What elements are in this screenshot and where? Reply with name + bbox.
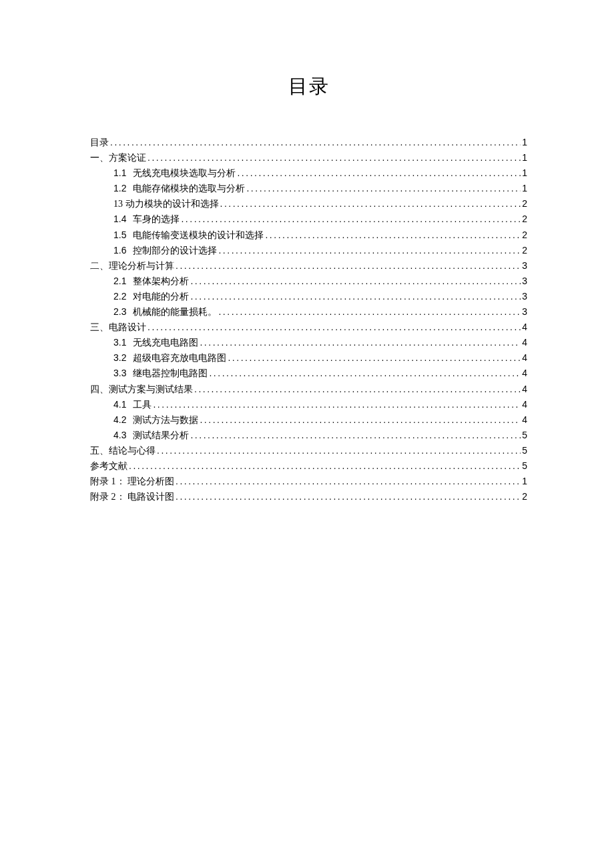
toc-entry-text: 工具 <box>133 397 151 412</box>
toc-entry-text: 机械能的能量损耗。 <box>133 304 217 320</box>
toc-entry: 13 动力模块的设计和选择 2 <box>90 196 527 211</box>
toc-entry: 2.3机械能的能量损耗。3 <box>90 304 527 320</box>
toc-leader-dots <box>218 304 521 320</box>
toc-entry: 1.1无线充电模块选取与分析1 <box>90 165 527 181</box>
toc-leader-dots <box>147 320 521 335</box>
toc-entry-text: 目录 <box>90 135 109 150</box>
toc-entry-number: 2.3 <box>113 304 126 320</box>
toc-entry: 附录 2： 电路设计图2 <box>90 489 527 504</box>
toc-entry: 二、理论分析与计算3 <box>90 258 527 274</box>
toc-leader-dots <box>181 211 521 227</box>
toc-entry-page: 3 <box>522 274 527 289</box>
toc-entry-page: 3 <box>522 258 527 274</box>
toc-entry-text: 无线充电模块选取与分析 <box>133 165 236 181</box>
toc-entry-text: 无线充电电路图 <box>133 335 198 350</box>
toc-entry-number: 2.2 <box>113 289 126 304</box>
toc-entry: 参考文献5 <box>90 458 527 474</box>
toc-entry-text: 三、电路设计 <box>90 320 146 335</box>
toc-leader-dots <box>237 165 521 181</box>
table-of-contents: 目录1一、方案论证11.1无线充电模块选取与分析11.2电能存储模块的选取与分析… <box>90 135 527 504</box>
toc-entry-number: 3.1 <box>113 335 126 350</box>
toc-entry: 1.5电能传输变送模块的设计和选择2 <box>90 228 527 243</box>
toc-entry-page: 5 <box>522 443 527 458</box>
toc-entry-number: 3.3 <box>113 366 126 381</box>
toc-entry-text: 测试方法与数据 <box>133 412 198 428</box>
toc-entry-page: 3 <box>522 289 527 304</box>
toc-entry-page: 2 <box>522 489 527 504</box>
toc-leader-dots <box>246 181 521 196</box>
toc-leader-dots <box>176 258 521 274</box>
toc-leader-dots <box>190 289 521 304</box>
toc-entry: 2.2对电能的分析3 <box>90 289 527 304</box>
toc-leader-dots <box>220 196 521 211</box>
toc-entry-page: 4 <box>522 397 527 412</box>
toc-entry-text: 控制部分的设计选择 <box>133 243 217 258</box>
toc-entry-page: 4 <box>522 350 527 366</box>
toc-entry: 2.1整体架构分析3 <box>90 274 527 289</box>
toc-leader-dots <box>190 274 521 289</box>
toc-entry-page: 4 <box>522 366 527 381</box>
toc-entry: 4.1工具4 <box>90 397 527 412</box>
toc-leader-dots <box>228 350 521 366</box>
toc-leader-dots <box>194 382 521 397</box>
toc-entry-page: 5 <box>522 458 527 474</box>
toc-leader-dots <box>129 458 521 474</box>
toc-entry-number: 4.3 <box>113 428 126 443</box>
toc-entry-text: 四、测试方案与测试结果 <box>90 382 193 397</box>
toc-entry: 1.2电能存储模块的选取与分析1 <box>90 181 527 196</box>
toc-entry-page: 4 <box>522 335 527 350</box>
toc-entry-number: 1.2 <box>113 181 126 196</box>
toc-entry-text: 13 动力模块的设计和选择 <box>113 196 219 211</box>
toc-entry-number: 3.2 <box>113 350 126 366</box>
toc-entry: 三、电路设计4 <box>90 320 527 335</box>
toc-entry-page: 2 <box>522 228 527 243</box>
toc-leader-dots <box>176 489 521 504</box>
toc-entry-text: 一、方案论证 <box>90 150 146 165</box>
toc-entry-page: 4 <box>522 412 527 428</box>
toc-entry-number: 1.1 <box>113 165 126 181</box>
toc-entry: 1.4车身的选择2 <box>90 211 527 227</box>
toc-leader-dots <box>176 474 521 489</box>
toc-entry-page: 2 <box>522 211 527 227</box>
toc-entry: 4.3测试结果分析5 <box>90 428 527 443</box>
toc-entry-page: 1 <box>522 150 527 165</box>
page-title: 目录 <box>90 73 527 100</box>
toc-entry-text: 参考文献 <box>90 458 127 474</box>
toc-entry-text: 电能传输变送模块的设计和选择 <box>133 228 264 243</box>
toc-entry: 附录 1： 理论分析图1 <box>90 474 527 489</box>
toc-leader-dots <box>110 135 521 150</box>
toc-entry: 3.3继电器控制电路图4 <box>90 366 527 381</box>
toc-entry-page: 5 <box>522 428 527 443</box>
toc-entry-text: 附录 2： 电路设计图 <box>90 489 174 504</box>
toc-leader-dots <box>157 443 521 458</box>
toc-leader-dots <box>265 228 521 243</box>
toc-entry-number: 1.5 <box>113 228 126 243</box>
toc-leader-dots <box>209 366 521 381</box>
toc-entry-text: 车身的选择 <box>133 211 180 227</box>
toc-entry-page: 3 <box>522 304 527 320</box>
toc-entry-text: 测试结果分析 <box>133 428 189 443</box>
toc-entry-text: 五、结论与心得 <box>90 443 156 458</box>
toc-leader-dots <box>200 412 521 428</box>
toc-entry-text: 二、理论分析与计算 <box>90 258 174 274</box>
toc-entry-page: 1 <box>522 165 527 181</box>
toc-entry: 1.6控制部分的设计选择2 <box>90 243 527 258</box>
toc-leader-dots <box>190 428 521 443</box>
toc-entry-page: 2 <box>522 196 527 211</box>
toc-entry-page: 1 <box>522 135 527 150</box>
toc-entry-text: 超级电容充放电电路图 <box>133 350 226 366</box>
toc-entry-number: 1.4 <box>113 211 126 227</box>
toc-entry-page: 2 <box>522 243 527 258</box>
toc-entry-page: 1 <box>522 474 527 489</box>
toc-leader-dots <box>200 335 521 350</box>
toc-leader-dots <box>218 243 521 258</box>
toc-leader-dots <box>153 397 521 412</box>
toc-entry: 四、测试方案与测试结果4 <box>90 382 527 397</box>
toc-entry-text: 整体架构分析 <box>133 274 189 289</box>
toc-leader-dots <box>147 150 521 165</box>
toc-entry: 目录1 <box>90 135 527 150</box>
toc-entry: 五、结论与心得5 <box>90 443 527 458</box>
toc-entry-number: 1.6 <box>113 243 126 258</box>
toc-entry-number: 4.1 <box>113 397 126 412</box>
toc-entry-number: 4.2 <box>113 412 126 428</box>
